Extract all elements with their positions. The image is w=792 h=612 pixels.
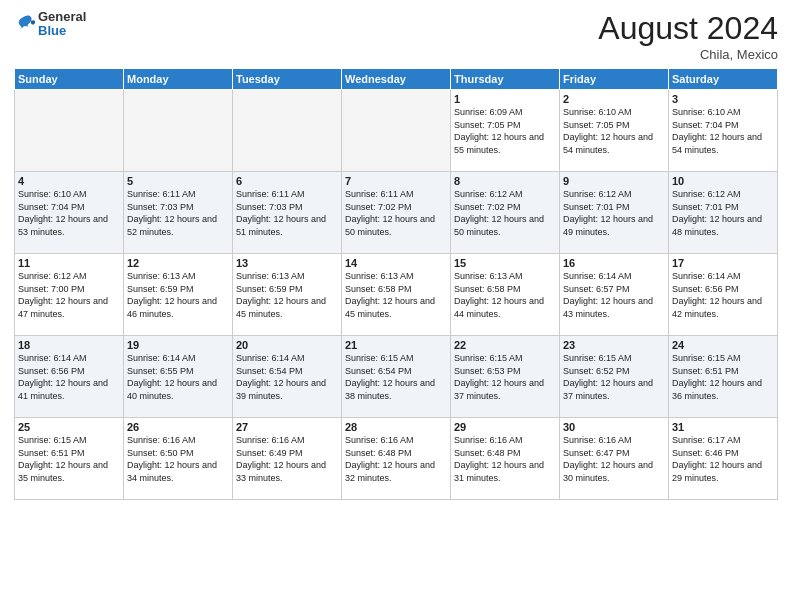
sunset-label: Sunset: 6:59 PM xyxy=(127,284,194,294)
daylight-label: Daylight: 12 hours and 37 minutes. xyxy=(454,378,544,401)
sunrise-label: Sunrise: 6:13 AM xyxy=(236,271,305,281)
day-number: 6 xyxy=(236,175,338,187)
calendar-week-row: 11 Sunrise: 6:12 AM Sunset: 7:00 PM Dayl… xyxy=(15,254,778,336)
day-number: 7 xyxy=(345,175,447,187)
calendar-week-row: 18 Sunrise: 6:14 AM Sunset: 6:56 PM Dayl… xyxy=(15,336,778,418)
sunset-label: Sunset: 7:05 PM xyxy=(454,120,521,130)
day-number: 25 xyxy=(18,421,120,433)
col-thursday: Thursday xyxy=(451,69,560,90)
sunset-label: Sunset: 6:51 PM xyxy=(672,366,739,376)
day-number: 29 xyxy=(454,421,556,433)
day-info: Sunrise: 6:12 AM Sunset: 7:02 PM Dayligh… xyxy=(454,188,556,238)
daylight-label: Daylight: 12 hours and 45 minutes. xyxy=(345,296,435,319)
calendar-header-row: Sunday Monday Tuesday Wednesday Thursday… xyxy=(15,69,778,90)
table-row: 3 Sunrise: 6:10 AM Sunset: 7:04 PM Dayli… xyxy=(669,90,778,172)
sunrise-label: Sunrise: 6:14 AM xyxy=(18,353,87,363)
day-info: Sunrise: 6:16 AM Sunset: 6:49 PM Dayligh… xyxy=(236,434,338,484)
day-info: Sunrise: 6:13 AM Sunset: 6:58 PM Dayligh… xyxy=(454,270,556,320)
sunset-label: Sunset: 7:01 PM xyxy=(563,202,630,212)
sunset-label: Sunset: 7:02 PM xyxy=(454,202,521,212)
sunrise-label: Sunrise: 6:11 AM xyxy=(236,189,305,199)
table-row: 28 Sunrise: 6:16 AM Sunset: 6:48 PM Dayl… xyxy=(342,418,451,500)
table-row: 1 Sunrise: 6:09 AM Sunset: 7:05 PM Dayli… xyxy=(451,90,560,172)
table-row: 15 Sunrise: 6:13 AM Sunset: 6:58 PM Dayl… xyxy=(451,254,560,336)
daylight-label: Daylight: 12 hours and 44 minutes. xyxy=(454,296,544,319)
day-info: Sunrise: 6:13 AM Sunset: 6:59 PM Dayligh… xyxy=(236,270,338,320)
day-info: Sunrise: 6:15 AM Sunset: 6:51 PM Dayligh… xyxy=(672,352,774,402)
daylight-label: Daylight: 12 hours and 45 minutes. xyxy=(236,296,326,319)
day-number: 18 xyxy=(18,339,120,351)
sunrise-label: Sunrise: 6:16 AM xyxy=(236,435,305,445)
day-number: 21 xyxy=(345,339,447,351)
daylight-label: Daylight: 12 hours and 40 minutes. xyxy=(127,378,217,401)
sunset-label: Sunset: 6:54 PM xyxy=(236,366,303,376)
calendar-container: General Blue August 2024 Chila, Mexico S… xyxy=(0,0,792,510)
day-info: Sunrise: 6:10 AM Sunset: 7:04 PM Dayligh… xyxy=(672,106,774,156)
col-friday: Friday xyxy=(560,69,669,90)
sunrise-label: Sunrise: 6:15 AM xyxy=(672,353,741,363)
sunrise-label: Sunrise: 6:16 AM xyxy=(454,435,523,445)
daylight-label: Daylight: 12 hours and 53 minutes. xyxy=(18,214,108,237)
sunrise-label: Sunrise: 6:10 AM xyxy=(672,107,741,117)
sunrise-label: Sunrise: 6:15 AM xyxy=(345,353,414,363)
sunrise-label: Sunrise: 6:13 AM xyxy=(127,271,196,281)
sunrise-label: Sunrise: 6:16 AM xyxy=(563,435,632,445)
day-number: 26 xyxy=(127,421,229,433)
sunset-label: Sunset: 6:48 PM xyxy=(454,448,521,458)
sunrise-label: Sunrise: 6:12 AM xyxy=(18,271,87,281)
sunset-label: Sunset: 7:05 PM xyxy=(563,120,630,130)
daylight-label: Daylight: 12 hours and 32 minutes. xyxy=(345,460,435,483)
logo: General Blue xyxy=(14,10,86,39)
sunrise-label: Sunrise: 6:14 AM xyxy=(672,271,741,281)
day-info: Sunrise: 6:10 AM Sunset: 7:05 PM Dayligh… xyxy=(563,106,665,156)
day-info: Sunrise: 6:09 AM Sunset: 7:05 PM Dayligh… xyxy=(454,106,556,156)
day-number: 3 xyxy=(672,93,774,105)
day-info: Sunrise: 6:11 AM Sunset: 7:03 PM Dayligh… xyxy=(127,188,229,238)
table-row: 19 Sunrise: 6:14 AM Sunset: 6:55 PM Dayl… xyxy=(124,336,233,418)
daylight-label: Daylight: 12 hours and 54 minutes. xyxy=(563,132,653,155)
day-number: 8 xyxy=(454,175,556,187)
daylight-label: Daylight: 12 hours and 49 minutes. xyxy=(563,214,653,237)
day-info: Sunrise: 6:13 AM Sunset: 6:59 PM Dayligh… xyxy=(127,270,229,320)
day-number: 27 xyxy=(236,421,338,433)
daylight-label: Daylight: 12 hours and 50 minutes. xyxy=(454,214,544,237)
day-number: 15 xyxy=(454,257,556,269)
sunset-label: Sunset: 7:03 PM xyxy=(236,202,303,212)
table-row: 24 Sunrise: 6:15 AM Sunset: 6:51 PM Dayl… xyxy=(669,336,778,418)
table-row: 4 Sunrise: 6:10 AM Sunset: 7:04 PM Dayli… xyxy=(15,172,124,254)
table-row: 6 Sunrise: 6:11 AM Sunset: 7:03 PM Dayli… xyxy=(233,172,342,254)
col-saturday: Saturday xyxy=(669,69,778,90)
day-number: 14 xyxy=(345,257,447,269)
day-number: 23 xyxy=(563,339,665,351)
daylight-label: Daylight: 12 hours and 29 minutes. xyxy=(672,460,762,483)
sunset-label: Sunset: 6:56 PM xyxy=(672,284,739,294)
sunrise-label: Sunrise: 6:13 AM xyxy=(345,271,414,281)
logo-text: General Blue xyxy=(38,10,86,39)
day-info: Sunrise: 6:15 AM Sunset: 6:51 PM Dayligh… xyxy=(18,434,120,484)
daylight-label: Daylight: 12 hours and 46 minutes. xyxy=(127,296,217,319)
month-title: August 2024 xyxy=(598,10,778,47)
daylight-label: Daylight: 12 hours and 30 minutes. xyxy=(563,460,653,483)
day-info: Sunrise: 6:14 AM Sunset: 6:56 PM Dayligh… xyxy=(672,270,774,320)
daylight-label: Daylight: 12 hours and 39 minutes. xyxy=(236,378,326,401)
day-number: 19 xyxy=(127,339,229,351)
sunrise-label: Sunrise: 6:16 AM xyxy=(345,435,414,445)
table-row: 20 Sunrise: 6:14 AM Sunset: 6:54 PM Dayl… xyxy=(233,336,342,418)
day-info: Sunrise: 6:15 AM Sunset: 6:53 PM Dayligh… xyxy=(454,352,556,402)
table-row: 16 Sunrise: 6:14 AM Sunset: 6:57 PM Dayl… xyxy=(560,254,669,336)
daylight-label: Daylight: 12 hours and 31 minutes. xyxy=(454,460,544,483)
sunrise-label: Sunrise: 6:15 AM xyxy=(454,353,523,363)
sunrise-label: Sunrise: 6:17 AM xyxy=(672,435,741,445)
daylight-label: Daylight: 12 hours and 33 minutes. xyxy=(236,460,326,483)
table-row: 10 Sunrise: 6:12 AM Sunset: 7:01 PM Dayl… xyxy=(669,172,778,254)
col-sunday: Sunday xyxy=(15,69,124,90)
day-info: Sunrise: 6:15 AM Sunset: 6:54 PM Dayligh… xyxy=(345,352,447,402)
calendar-table: Sunday Monday Tuesday Wednesday Thursday… xyxy=(14,68,778,500)
day-info: Sunrise: 6:11 AM Sunset: 7:02 PM Dayligh… xyxy=(345,188,447,238)
day-info: Sunrise: 6:12 AM Sunset: 7:01 PM Dayligh… xyxy=(672,188,774,238)
day-info: Sunrise: 6:16 AM Sunset: 6:48 PM Dayligh… xyxy=(345,434,447,484)
day-info: Sunrise: 6:12 AM Sunset: 7:01 PM Dayligh… xyxy=(563,188,665,238)
table-row: 29 Sunrise: 6:16 AM Sunset: 6:48 PM Dayl… xyxy=(451,418,560,500)
table-row: 12 Sunrise: 6:13 AM Sunset: 6:59 PM Dayl… xyxy=(124,254,233,336)
daylight-label: Daylight: 12 hours and 55 minutes. xyxy=(454,132,544,155)
